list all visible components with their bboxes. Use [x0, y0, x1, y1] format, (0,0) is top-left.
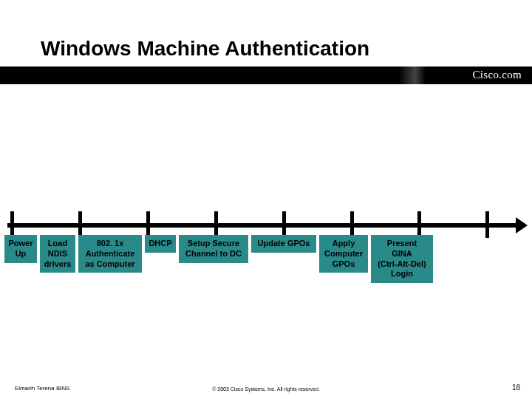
timeline-step: 802. 1x Authenticate as Computer [78, 235, 142, 273]
timeline-step-label: 802. 1x Authenticate as Computer [85, 239, 134, 269]
timeline-tick [146, 211, 150, 238]
timeline-step: Power Up [4, 235, 37, 263]
timeline-step-label: Present GINA (Ctrl-Alt-Del) Login [378, 239, 426, 279]
timeline-step-label: Apply Computer GPOs [324, 239, 363, 269]
page-number: 18 [512, 383, 520, 392]
timeline-tick [485, 211, 489, 238]
timeline-step: Present GINA (Ctrl-Alt-Del) Login [371, 235, 433, 283]
timeline-step: DHCP [145, 235, 176, 253]
timeline-tick [350, 211, 354, 238]
timeline-step-label: DHCP [149, 239, 171, 249]
timeline-step-label: Power Up [8, 239, 33, 259]
timeline-tick [282, 211, 286, 238]
timeline-tick [214, 211, 218, 238]
timeline-axis [7, 223, 525, 228]
timeline-step-label: Update GPOs [258, 239, 310, 249]
timeline-step-label: Setup Secure Channel to DC [185, 239, 242, 259]
timeline-tick [417, 211, 421, 238]
timeline-step: Apply Computer GPOs [319, 235, 368, 273]
timeline-step: Update GPOs [251, 235, 316, 253]
timeline-step: Load NDIS drivers [40, 235, 75, 273]
page-title: Windows Machine Authentication [41, 37, 369, 61]
slide: Windows Machine Authentication Cisco.com… [0, 0, 532, 399]
footer-copyright: © 2003 Cisco Systems, Inc. All rights re… [212, 386, 320, 392]
timeline-arrowhead-icon [516, 217, 528, 233]
timeline-step: Setup Secure Channel to DC [179, 235, 248, 263]
brand-bar: Cisco.com [0, 66, 532, 84]
timeline-steps: Power UpLoad NDIS drivers802. 1x Authent… [4, 235, 528, 283]
timeline-tick [78, 211, 82, 238]
timeline-step-label: Load NDIS drivers [44, 239, 72, 269]
footer-author: Elmarih Terena IBNS [15, 385, 70, 392]
timeline-tick [10, 211, 14, 238]
brand-label: Cisco.com [473, 69, 522, 81]
